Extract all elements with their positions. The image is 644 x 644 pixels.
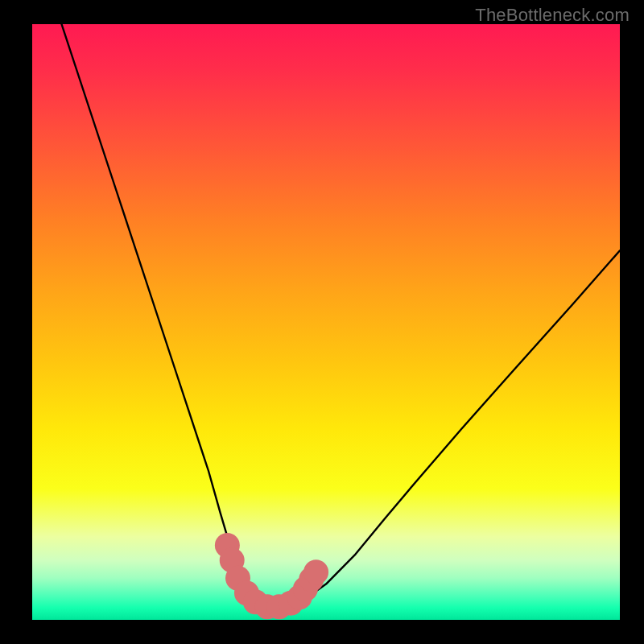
marker-dot (303, 559, 328, 584)
watermark-text: TheBottleneck.com (475, 5, 630, 26)
plot-area (32, 24, 620, 620)
chart-frame: TheBottleneck.com (0, 0, 644, 644)
curve-layer (32, 24, 620, 620)
bottleneck-curve (62, 24, 621, 607)
